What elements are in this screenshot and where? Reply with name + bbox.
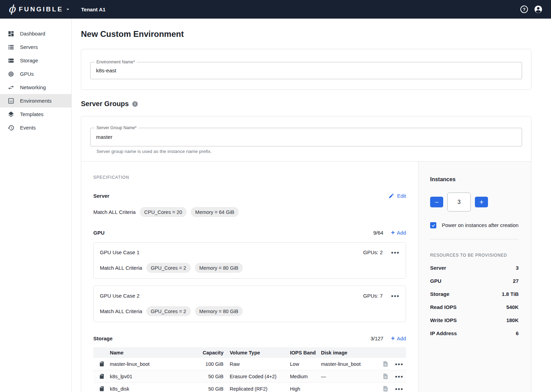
resource-row: Write IOPS 180K	[430, 317, 519, 323]
layers-icon	[8, 111, 14, 118]
more-options-icon[interactable]: ●●●	[395, 386, 404, 391]
info-icon[interactable]: i	[132, 101, 138, 107]
power-on-label: Power on instances after creation	[442, 221, 519, 229]
gpu-use-case-card: GPU Use Case 2 GPUs: 7 ●●● Match ALL Cri…	[93, 286, 406, 322]
page-title: New Custom Environment	[81, 29, 531, 39]
help-icon[interactable]: ?	[520, 6, 528, 13]
gpu-counter: 9/64	[373, 230, 383, 236]
resource-label: Write IOPS	[430, 317, 457, 323]
server-group-helper-text: Server group name is used as the instanc…	[90, 149, 522, 154]
column-header-name: Name	[110, 350, 193, 355]
main-content: New Custom Environment Environment Name*…	[72, 19, 551, 392]
add-gpu-button[interactable]: + Add	[391, 229, 406, 236]
edit-server-button[interactable]: Edit	[388, 193, 406, 199]
sidebar-item-label: Networking	[20, 84, 46, 90]
resource-value: 3	[516, 265, 519, 271]
disk-icon	[93, 373, 110, 379]
plus-icon: +	[391, 229, 395, 236]
resource-value: 540K	[506, 304, 519, 310]
criteria-chip: CPU_Cores = 20	[140, 207, 187, 217]
sidebar-item-networking[interactable]: Networking	[0, 81, 71, 94]
gpu-criteria-row: Match ALL Criteria GPU_Cores = 2 Memory …	[100, 263, 399, 273]
document-icon[interactable]	[378, 361, 392, 367]
gpu-use-case-name: GPU Use Case 1	[100, 249, 139, 255]
history-icon	[8, 124, 14, 131]
resource-row: Server 3	[430, 265, 519, 271]
checkbox-checked-icon[interactable]	[430, 222, 436, 228]
instances-count-input[interactable]	[447, 193, 471, 212]
more-options-icon[interactable]: ●●●	[391, 293, 399, 298]
sidebar-item-dashboard[interactable]: Dashboard	[0, 27, 71, 40]
column-header-disk-image: Disk image	[321, 350, 378, 355]
gpu-use-case-count: GPUs: 7	[363, 293, 383, 299]
more-options-icon[interactable]: ●●●	[395, 362, 404, 367]
gpu-criteria-row: Match ALL Criteria GPU_Cores = 2 Memory …	[100, 306, 399, 316]
fungible-logo-icon: ϕ	[8, 4, 15, 14]
power-on-checkbox-row[interactable]: Power on instances after creation	[430, 221, 519, 229]
gpu-chip-icon	[8, 71, 14, 78]
environment-name-card: Environment Name*	[81, 49, 531, 90]
sidebar-item-environments[interactable]: Environments	[0, 94, 71, 107]
gpu-use-case-card: GPU Use Case 1 GPUs: 2 ●●● Match ALL Cri…	[93, 242, 406, 279]
environment-name-label: Environment Name*	[95, 60, 137, 64]
volume-disk-image: —	[321, 374, 378, 379]
volume-name: k8s_disk	[110, 386, 193, 392]
decrement-button[interactable]: −	[430, 197, 443, 207]
instances-stepper: − +	[430, 193, 519, 212]
volume-type: Replicated (RF2)	[230, 386, 290, 392]
server-group-name-section: Server Group Name* Server group name is …	[81, 116, 531, 161]
sidebar-item-events[interactable]: Events	[0, 121, 71, 134]
storage-table-header: Name Capacity Volume Type IOPS Band Disk…	[93, 347, 406, 358]
resource-row: Storage 1.8 TiB	[430, 291, 519, 297]
disk-icon	[93, 386, 110, 392]
servers-icon	[8, 44, 14, 51]
resource-label: GPU	[430, 278, 441, 284]
account-icon[interactable]	[534, 5, 543, 14]
sidebar-item-storage[interactable]: Storage	[0, 54, 71, 67]
volume-iops-band: Medium	[290, 374, 321, 379]
environments-icon	[8, 97, 14, 104]
document-icon[interactable]	[378, 385, 392, 392]
gpu-use-case-count: GPUs: 2	[363, 249, 383, 255]
resource-value: 27	[513, 278, 519, 284]
sidebar-item-servers[interactable]: Servers	[0, 40, 71, 54]
increment-button[interactable]: +	[475, 197, 488, 207]
server-groups-heading: Server Groups	[81, 100, 129, 108]
more-options-icon[interactable]: ●●●	[391, 250, 399, 255]
sidebar-item-gpus[interactable]: GPUs	[0, 67, 71, 81]
sidebar-item-label: Storage	[20, 58, 38, 63]
server-subsection-header: Server Edit	[93, 193, 406, 199]
criteria-chip: GPU_Cores = 2	[146, 306, 191, 316]
add-label: Add	[397, 336, 406, 341]
add-storage-button[interactable]: + Add	[391, 335, 406, 342]
resource-label: Read IOPS	[430, 304, 457, 310]
volume-iops-band: High	[290, 386, 321, 392]
match-criteria-label: Match ALL Criteria	[100, 308, 142, 314]
match-criteria-label: Match ALL Criteria	[93, 209, 136, 215]
sidebar-item-label: GPUs	[20, 71, 34, 77]
sidebar-item-label: Servers	[20, 44, 38, 50]
storage-table: Name Capacity Volume Type IOPS Band Disk…	[93, 347, 406, 392]
document-icon[interactable]	[378, 373, 392, 380]
specification-eyebrow: SPECIFICATION	[93, 175, 406, 180]
criteria-chip: GPU_Cores = 2	[146, 263, 191, 273]
volume-type: Erasure Coded (4+2)	[230, 374, 290, 379]
environment-name-input[interactable]	[91, 62, 522, 79]
tenant-label: Tenant A1	[81, 7, 106, 12]
resource-label: IP Address	[430, 330, 457, 336]
more-options-icon[interactable]: ●●●	[395, 374, 404, 379]
volume-type: Raw	[230, 361, 290, 367]
server-group-name-input[interactable]	[91, 128, 522, 146]
resources-heading: RESOURCES TO BE PROVISIONED	[430, 253, 519, 258]
storage-subsection-title: Storage	[93, 336, 113, 341]
resource-row: IP Address 6	[430, 330, 519, 336]
sidebar-item-templates[interactable]: Templates	[0, 107, 71, 121]
resource-label: Storage	[430, 291, 449, 297]
swap-arrows-icon	[8, 84, 14, 91]
brand-name[interactable]: FUNGIBLE	[19, 6, 63, 13]
resource-value: 6	[516, 330, 519, 336]
column-header-capacity: Capacity	[193, 350, 223, 355]
chevron-down-icon[interactable]	[65, 6, 71, 12]
environment-name-field-wrap: Environment Name*	[90, 62, 522, 79]
resource-value: 180K	[506, 317, 519, 323]
